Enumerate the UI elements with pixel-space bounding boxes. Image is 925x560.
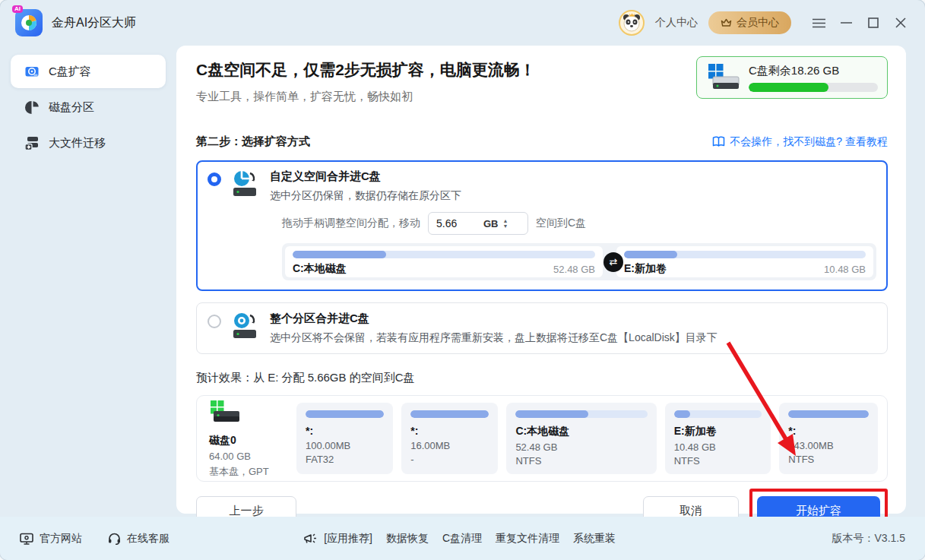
megaphone-icon [303,533,318,545]
disk-size: 64.00 GB [209,451,288,462]
official-website-link[interactable]: 官方网站 [20,532,82,546]
step-title: 第二步：选择扩容方式 [196,134,310,149]
option-desc: 选中分区将不会保留，若装有应用程序需重新安装，盘上数据将迁移至C盘【LocalD… [270,331,718,345]
radio-custom-merge[interactable] [207,172,221,186]
main-panel: C盘空间不足，仅需2步无损扩容，电脑更流畅！ 专业工具，操作简单，扩容无忧，畅快… [176,46,906,514]
drive-size: 10.48 GB [824,264,866,275]
amount-unit: GB [483,218,499,229]
disk-type: 基本盘，GPT [209,465,288,479]
slider-label-after: 空间到C盘 [536,217,586,230]
disk-partition-icon [24,100,40,115]
disk0-icon [209,399,242,426]
partition-merge-icon [230,170,261,199]
option-title: 自定义空间合并进C盘 [270,169,461,184]
maximize-button[interactable] [863,12,884,33]
option-whole-partition-merge[interactable]: 整个分区合并进C盘 选中分区将不会保留，若装有应用程序需重新安装，盘上数据将迁移… [196,302,888,354]
c-drive-status-card: C盘剩余18.26 GB [696,56,888,99]
c-drive-bar [293,251,595,258]
e-drive-bar [624,251,866,258]
promo-link-data-recovery[interactable]: 数据恢复 [386,532,429,546]
footer: 官方网站 在线客服 [应用推荐] 数据恢复 C盘清理 重复文件清 [0,517,925,560]
promo-link-c-drive-clean[interactable]: C盘清理 [442,532,482,546]
resize-handle-icon[interactable]: ⇄ [603,252,623,272]
app-logo-icon: AI [15,9,43,36]
version-label: 版本号：V3.1.5 [832,532,905,546]
partition-card[interactable]: C:本地磁盘 52.48 GB NTFS [506,403,656,474]
c-drive-expand-icon [24,64,40,79]
sidebar: C盘扩容 磁盘分区 大文件迁移 [0,46,176,517]
promo-link-system-reinstall[interactable]: 系统重装 [573,532,616,546]
app-title: 金舟AI分区大师 [52,15,136,31]
space-allocation-panel: C:本地磁盘 52.48 GB ⇄ E:新加卷 10.48 GB [282,243,876,280]
drive-size: 52.48 GB [553,264,595,275]
disk-info: 磁盘0 64.00 GB 基本盘，GPT [206,399,288,479]
user-avatar[interactable] [619,10,645,36]
partition-card[interactable]: *: 943.00MB NTFS [779,403,878,474]
sidebar-item-large-file-migrate[interactable]: 大文件迁移 [11,126,166,160]
sidebar-item-label: 磁盘分区 [49,100,94,115]
c-drive-usage-bar [749,83,878,92]
radio-whole-partition-merge[interactable] [207,315,221,328]
menu-icon[interactable] [808,12,829,33]
tutorial-link[interactable]: 不会操作，找不到磁盘? 查看教程 [712,135,888,149]
drive-name: C:本地磁盘 [293,262,347,276]
online-support-link[interactable]: 在线客服 [108,532,169,546]
sidebar-item-label: 大文件迁移 [49,136,106,150]
sidebar-item-label: C盘扩容 [49,65,91,79]
headset-icon [108,533,121,545]
file-migrate-icon [24,135,40,150]
windows-drive-icon [706,62,741,93]
vip-center-button[interactable]: 会员中心 [708,11,791,34]
sidebar-item-c-drive-expand[interactable]: C盘扩容 [11,55,166,88]
book-icon [712,136,725,147]
amount-input[interactable] [436,217,480,229]
promo-link-duplicate-clean[interactable]: 重复文件清理 [496,532,559,546]
disk-overview-panel: 磁盘0 64.00 GB 基本盘，GPT *: 100.00MB FAT32 *… [196,395,888,482]
sidebar-item-disk-partition[interactable]: 磁盘分区 [11,90,166,124]
expected-result-text: 预计效果：从 E: 分配 5.66GB 的空间到C盘 [196,371,888,385]
whole-partition-icon [230,312,261,341]
drive-box-e: E:新加卷 10.48 GB [616,246,873,277]
option-desc: 选中分区仍保留，数据仍存储在原分区下 [270,189,461,203]
partition-card[interactable]: E:新加卷 10.48 GB NTFS [665,403,771,474]
drive-name: E:新加卷 [624,262,667,276]
page-subtitle: 专业工具，操作简单，扩容无忧，畅快如初 [196,90,536,104]
disk-name: 磁盘0 [209,434,288,448]
app-window: AI 金舟AI分区大师 个人中心 [0,0,925,560]
titlebar: AI 金舟AI分区大师 个人中心 [0,0,925,46]
slider-label-before: 拖动手柄调整空间分配，移动 [282,217,420,230]
c-drive-remaining-label: C盘剩余18.26 GB [749,64,878,78]
close-button[interactable] [890,12,911,33]
amount-stepper[interactable]: ▲▼ [503,218,508,229]
user-center-link[interactable]: 个人中心 [655,16,698,30]
minimize-button[interactable] [835,12,857,33]
option-title: 整个分区合并进C盘 [270,312,718,326]
partition-card[interactable]: *: 100.00MB FAT32 [296,403,393,474]
amount-input-box: GB ▲▼ [428,212,528,235]
drive-box-c: C:本地磁盘 52.48 GB [285,246,603,277]
option-custom-merge[interactable]: 自定义空间合并进C盘 选中分区仍保留，数据仍存储在原分区下 拖动手柄调整空间分配… [196,160,888,291]
monitor-icon [20,533,33,545]
app-recommend-tag: [应用推荐] [303,532,372,546]
crown-icon [721,18,732,28]
page-title: C盘空间不足，仅需2步无损扩容，电脑更流畅！ [196,59,536,81]
partition-card[interactable]: *: 16.00MB - [401,403,498,474]
